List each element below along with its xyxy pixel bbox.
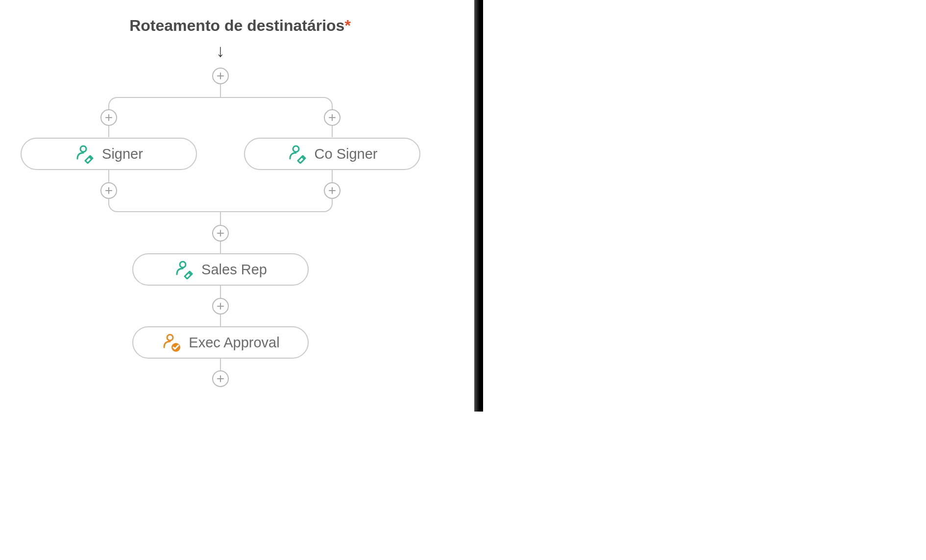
add-step-right-button[interactable] — [324, 109, 341, 126]
panel-edge-shadow — [474, 0, 483, 412]
page-title: Roteamento de destinatários* — [0, 17, 480, 35]
add-step-left-button[interactable] — [100, 109, 117, 126]
split-connector-bottom — [108, 198, 333, 212]
connector — [220, 83, 221, 97]
recipient-signer[interactable]: Signer — [21, 138, 197, 170]
add-step-button[interactable] — [212, 298, 229, 315]
signer-icon — [174, 260, 194, 279]
add-step-button[interactable] — [212, 225, 229, 242]
add-step-button[interactable] — [212, 68, 229, 84]
recipient-salesrep[interactable]: Sales Rep — [132, 253, 309, 286]
recipient-label: Signer — [102, 146, 143, 162]
signer-icon — [287, 144, 307, 164]
add-step-left-below-button[interactable] — [100, 182, 117, 199]
required-asterisk: * — [344, 17, 350, 34]
recipient-cosigner[interactable]: Co Signer — [244, 138, 420, 170]
approver-icon — [161, 333, 181, 352]
recipient-label: Sales Rep — [201, 262, 267, 278]
arrow-down-icon: ↓ — [216, 42, 225, 60]
split-connector-top — [108, 97, 333, 111]
recipient-label: Exec Approval — [189, 335, 279, 351]
signer-icon — [74, 144, 94, 164]
add-step-button[interactable] — [212, 370, 229, 387]
title-text: Roteamento de destinatários — [129, 17, 344, 34]
add-step-right-below-button[interactable] — [324, 182, 341, 199]
routing-diagram: Roteamento de destinatários* ↓ Signer Co… — [0, 0, 480, 412]
recipient-exec-approval[interactable]: Exec Approval — [132, 326, 309, 359]
recipient-label: Co Signer — [315, 146, 378, 162]
